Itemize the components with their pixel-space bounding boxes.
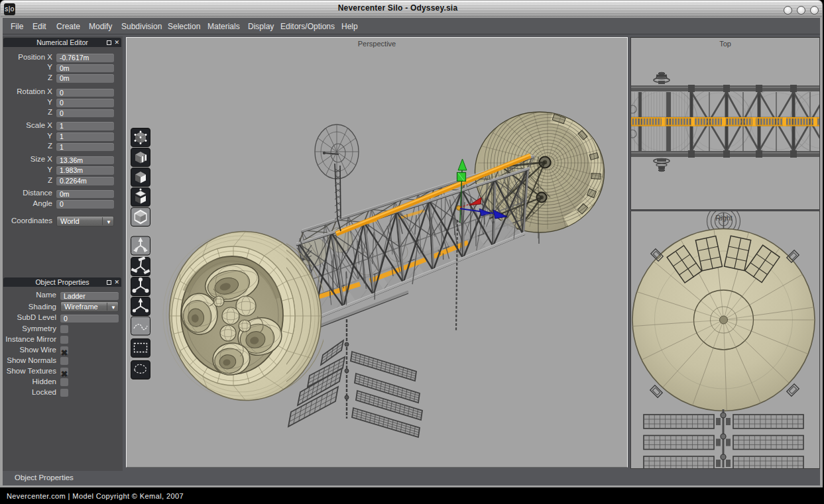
svg-text:Top: Top <box>719 40 731 48</box>
svg-text:Perspective: Perspective <box>358 40 396 48</box>
